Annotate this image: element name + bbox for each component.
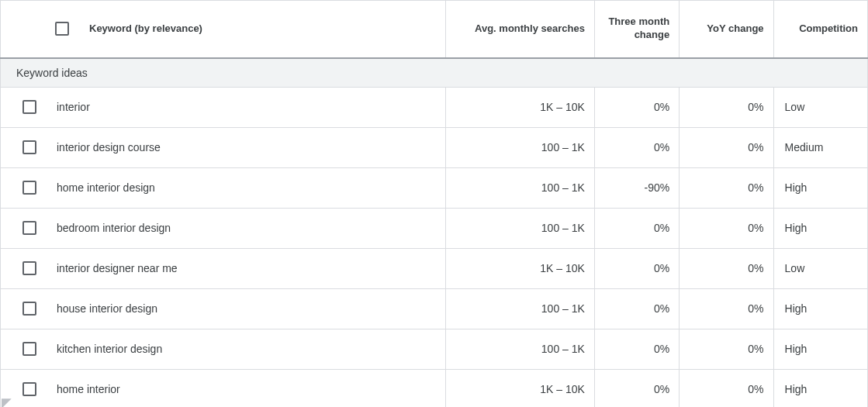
keyword-text: house interior design — [57, 302, 157, 315]
avg-monthly-searches: 100 – 1K — [445, 167, 594, 208]
col-header-avg-searches[interactable]: Avg. monthly searches — [445, 1, 594, 58]
section-header-label: Keyword ideas — [1, 58, 868, 88]
competition: Medium — [773, 127, 867, 167]
table-row[interactable]: interior designer near me1K – 10K0%0%Low — [1, 248, 868, 288]
keyword-text: bedroom interior design — [57, 222, 171, 234]
avg-monthly-searches: 100 – 1K — [445, 127, 594, 167]
three-month-change: 0% — [594, 208, 679, 248]
competition: High — [773, 208, 867, 248]
table-row[interactable]: home interior design100 – 1K-90%0%High — [1, 167, 868, 208]
row-checkbox[interactable] — [22, 140, 36, 154]
col-header-three-month[interactable]: Three month change — [594, 1, 679, 58]
yoy-change: 0% — [680, 167, 773, 208]
keyword-text: home interior design — [57, 181, 155, 194]
yoy-change: 0% — [680, 87, 773, 127]
section-header-row: Keyword ideas — [1, 58, 868, 88]
table-row[interactable]: home interior1K – 10K0%0%High — [1, 369, 868, 407]
yoy-change: 0% — [680, 369, 773, 407]
table-row[interactable]: house interior design100 – 1K0%0%High — [1, 288, 868, 329]
row-checkbox[interactable] — [22, 342, 36, 356]
three-month-change: 0% — [594, 369, 679, 407]
competition: High — [773, 369, 867, 407]
yoy-change: 0% — [680, 127, 773, 167]
keyword-plan-table: Keyword (by relevance) Avg. monthly sear… — [0, 0, 868, 407]
competition: Low — [773, 248, 867, 288]
row-checkbox[interactable] — [22, 302, 36, 316]
competition: High — [773, 288, 867, 329]
three-month-change: 0% — [594, 288, 679, 329]
competition: Low — [773, 87, 867, 127]
select-all-checkbox[interactable] — [55, 22, 69, 36]
keyword-text: interior design course — [57, 141, 161, 153]
keyword-text: kitchen interior design — [57, 343, 162, 355]
avg-monthly-searches: 100 – 1K — [445, 329, 594, 369]
avg-monthly-searches: 1K – 10K — [445, 87, 594, 127]
col-header-keyword[interactable]: Keyword (by relevance) — [89, 22, 202, 36]
table-row[interactable]: bedroom interior design100 – 1K0%0%High — [1, 208, 868, 248]
yoy-change: 0% — [680, 329, 773, 369]
three-month-change: 0% — [594, 87, 679, 127]
competition: High — [773, 167, 867, 208]
avg-monthly-searches: 100 – 1K — [445, 208, 594, 248]
yoy-change: 0% — [680, 248, 773, 288]
row-checkbox[interactable] — [22, 261, 36, 275]
row-checkbox[interactable] — [22, 100, 36, 114]
three-month-change: -90% — [594, 167, 679, 208]
table-row[interactable]: interior1K – 10K0%0%Low — [1, 87, 868, 127]
avg-monthly-searches: 1K – 10K — [445, 248, 594, 288]
avg-monthly-searches: 100 – 1K — [445, 288, 594, 329]
row-checkbox[interactable] — [22, 382, 36, 396]
keyword-text: interior — [57, 101, 90, 113]
col-header-yoy[interactable]: YoY change — [680, 1, 773, 58]
three-month-change: 0% — [594, 248, 679, 288]
keyword-text: home interior — [57, 383, 120, 395]
three-month-change: 0% — [594, 329, 679, 369]
table-header-row: Keyword (by relevance) Avg. monthly sear… — [1, 1, 868, 58]
table-row[interactable]: kitchen interior design100 – 1K0%0%High — [1, 329, 868, 369]
avg-monthly-searches: 1K – 10K — [445, 369, 594, 407]
table-row[interactable]: interior design course100 – 1K0%0%Medium — [1, 127, 868, 167]
yoy-change: 0% — [680, 208, 773, 248]
keyword-text: interior designer near me — [57, 262, 178, 274]
row-checkbox[interactable] — [22, 181, 36, 195]
yoy-change: 0% — [680, 288, 773, 329]
col-header-competition[interactable]: Competition — [773, 1, 867, 58]
row-checkbox[interactable] — [22, 221, 36, 235]
competition: High — [773, 329, 867, 369]
three-month-change: 0% — [594, 127, 679, 167]
